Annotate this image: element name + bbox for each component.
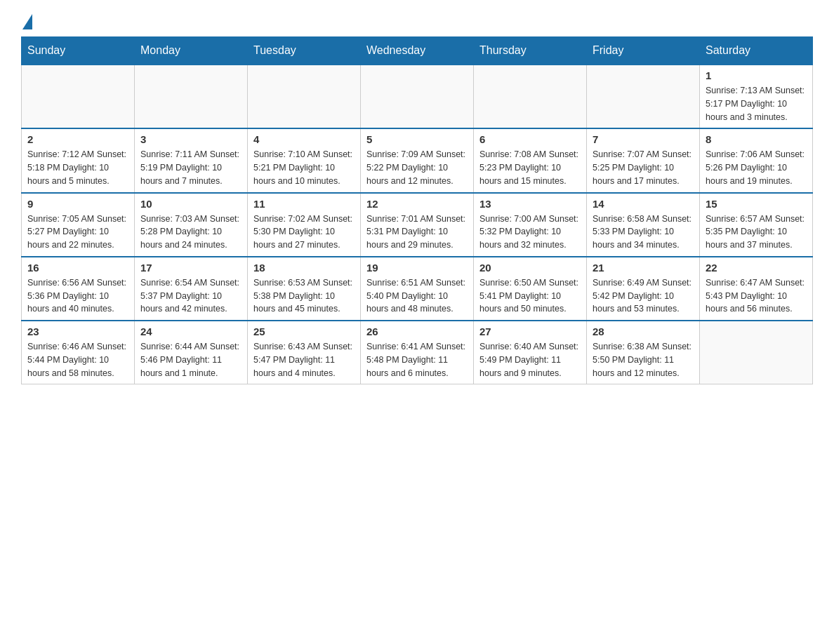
calendar-week-row: 1Sunrise: 7:13 AM Sunset: 5:17 PM Daylig…	[22, 65, 813, 128]
calendar-cell	[361, 65, 474, 128]
header-tuesday: Tuesday	[248, 37, 361, 65]
day-info: Sunrise: 6:41 AM Sunset: 5:48 PM Dayligh…	[366, 340, 468, 380]
header-friday: Friday	[587, 37, 700, 65]
day-info: Sunrise: 7:03 AM Sunset: 5:28 PM Dayligh…	[140, 213, 241, 252]
logo-triangle-icon	[22, 14, 32, 29]
calendar-cell: 8Sunrise: 7:06 AM Sunset: 5:26 PM Daylig…	[700, 128, 813, 192]
calendar-cell: 5Sunrise: 7:09 AM Sunset: 5:22 PM Daylig…	[361, 128, 474, 192]
day-number: 12	[366, 198, 468, 210]
calendar-cell: 28Sunrise: 6:38 AM Sunset: 5:50 PM Dayli…	[587, 321, 700, 384]
calendar-cell: 25Sunrise: 6:43 AM Sunset: 5:47 PM Dayli…	[248, 321, 361, 384]
calendar-cell: 9Sunrise: 7:05 AM Sunset: 5:27 PM Daylig…	[22, 193, 135, 257]
calendar-cell	[474, 65, 587, 128]
calendar-cell: 16Sunrise: 6:56 AM Sunset: 5:36 PM Dayli…	[22, 257, 135, 321]
day-info: Sunrise: 7:01 AM Sunset: 5:31 PM Dayligh…	[366, 213, 468, 252]
day-number: 2	[27, 133, 128, 145]
calendar-table: SundayMondayTuesdayWednesdayThursdayFrid…	[21, 36, 813, 384]
calendar-cell: 20Sunrise: 6:50 AM Sunset: 5:41 PM Dayli…	[474, 257, 587, 321]
day-number: 28	[593, 326, 694, 337]
header-saturday: Saturday	[700, 37, 813, 65]
day-number: 6	[479, 133, 581, 145]
day-info: Sunrise: 7:09 AM Sunset: 5:22 PM Dayligh…	[366, 148, 468, 187]
day-number: 21	[593, 262, 694, 274]
day-info: Sunrise: 7:07 AM Sunset: 5:25 PM Dayligh…	[593, 148, 694, 187]
day-info: Sunrise: 6:38 AM Sunset: 5:50 PM Dayligh…	[593, 340, 694, 380]
calendar-header-row: SundayMondayTuesdayWednesdayThursdayFrid…	[22, 37, 813, 65]
calendar-cell: 11Sunrise: 7:02 AM Sunset: 5:30 PM Dayli…	[248, 193, 361, 257]
header-sunday: Sunday	[22, 37, 135, 65]
calendar-cell: 24Sunrise: 6:44 AM Sunset: 5:46 PM Dayli…	[135, 321, 248, 384]
calendar-cell: 6Sunrise: 7:08 AM Sunset: 5:23 PM Daylig…	[474, 128, 587, 192]
day-info: Sunrise: 6:47 AM Sunset: 5:43 PM Dayligh…	[706, 276, 807, 316]
calendar-week-row: 16Sunrise: 6:56 AM Sunset: 5:36 PM Dayli…	[22, 257, 813, 321]
day-info: Sunrise: 6:40 AM Sunset: 5:49 PM Dayligh…	[479, 340, 581, 380]
day-number: 11	[253, 198, 355, 210]
calendar-cell	[22, 65, 135, 128]
day-number: 5	[366, 133, 468, 145]
day-info: Sunrise: 6:58 AM Sunset: 5:33 PM Dayligh…	[593, 213, 694, 252]
header-wednesday: Wednesday	[361, 37, 474, 65]
calendar-cell: 4Sunrise: 7:10 AM Sunset: 5:21 PM Daylig…	[248, 128, 361, 192]
calendar-cell: 22Sunrise: 6:47 AM Sunset: 5:43 PM Dayli…	[700, 257, 813, 321]
day-info: Sunrise: 7:10 AM Sunset: 5:21 PM Dayligh…	[253, 148, 355, 187]
day-number: 14	[593, 198, 694, 210]
day-info: Sunrise: 6:57 AM Sunset: 5:35 PM Dayligh…	[706, 213, 807, 252]
calendar-week-row: 2Sunrise: 7:12 AM Sunset: 5:18 PM Daylig…	[22, 128, 813, 192]
day-info: Sunrise: 6:53 AM Sunset: 5:38 PM Dayligh…	[253, 276, 355, 316]
day-number: 17	[140, 262, 241, 274]
day-number: 1	[706, 69, 807, 81]
day-info: Sunrise: 6:50 AM Sunset: 5:41 PM Dayligh…	[479, 276, 581, 316]
day-info: Sunrise: 7:12 AM Sunset: 5:18 PM Dayligh…	[27, 148, 128, 187]
day-number: 7	[593, 133, 694, 145]
calendar-cell: 13Sunrise: 7:00 AM Sunset: 5:32 PM Dayli…	[474, 193, 587, 257]
day-number: 23	[27, 326, 128, 337]
calendar-cell: 12Sunrise: 7:01 AM Sunset: 5:31 PM Dayli…	[361, 193, 474, 257]
header-thursday: Thursday	[474, 37, 587, 65]
calendar-cell: 2Sunrise: 7:12 AM Sunset: 5:18 PM Daylig…	[22, 128, 135, 192]
calendar-cell	[135, 65, 248, 128]
day-number: 15	[706, 198, 807, 210]
day-info: Sunrise: 6:44 AM Sunset: 5:46 PM Dayligh…	[140, 340, 241, 380]
day-number: 8	[706, 133, 807, 145]
calendar-cell: 18Sunrise: 6:53 AM Sunset: 5:38 PM Dayli…	[248, 257, 361, 321]
day-number: 24	[140, 326, 241, 337]
calendar-cell	[587, 65, 700, 128]
header-monday: Monday	[135, 37, 248, 65]
calendar-cell: 17Sunrise: 6:54 AM Sunset: 5:37 PM Dayli…	[135, 257, 248, 321]
day-number: 27	[479, 326, 581, 337]
calendar-cell: 14Sunrise: 6:58 AM Sunset: 5:33 PM Dayli…	[587, 193, 700, 257]
calendar-week-row: 23Sunrise: 6:46 AM Sunset: 5:44 PM Dayli…	[22, 321, 813, 384]
day-number: 4	[253, 133, 355, 145]
day-number: 16	[27, 262, 128, 274]
day-number: 22	[706, 262, 807, 274]
calendar-cell	[248, 65, 361, 128]
page-header	[21, 14, 813, 29]
day-info: Sunrise: 7:06 AM Sunset: 5:26 PM Dayligh…	[706, 148, 807, 187]
calendar-cell: 10Sunrise: 7:03 AM Sunset: 5:28 PM Dayli…	[135, 193, 248, 257]
day-info: Sunrise: 7:02 AM Sunset: 5:30 PM Dayligh…	[253, 213, 355, 252]
day-info: Sunrise: 6:54 AM Sunset: 5:37 PM Dayligh…	[140, 276, 241, 316]
day-number: 19	[366, 262, 468, 274]
day-number: 3	[140, 133, 241, 145]
calendar-cell: 15Sunrise: 6:57 AM Sunset: 5:35 PM Dayli…	[700, 193, 813, 257]
day-number: 9	[27, 198, 128, 210]
calendar-cell	[700, 321, 813, 384]
logo	[21, 14, 32, 29]
day-info: Sunrise: 6:46 AM Sunset: 5:44 PM Dayligh…	[27, 340, 128, 380]
calendar-week-row: 9Sunrise: 7:05 AM Sunset: 5:27 PM Daylig…	[22, 193, 813, 257]
day-info: Sunrise: 7:00 AM Sunset: 5:32 PM Dayligh…	[479, 213, 581, 252]
day-info: Sunrise: 7:05 AM Sunset: 5:27 PM Dayligh…	[27, 213, 128, 252]
calendar-cell: 19Sunrise: 6:51 AM Sunset: 5:40 PM Dayli…	[361, 257, 474, 321]
calendar-cell: 7Sunrise: 7:07 AM Sunset: 5:25 PM Daylig…	[587, 128, 700, 192]
day-number: 13	[479, 198, 581, 210]
day-info: Sunrise: 6:56 AM Sunset: 5:36 PM Dayligh…	[27, 276, 128, 316]
day-number: 10	[140, 198, 241, 210]
calendar-cell: 26Sunrise: 6:41 AM Sunset: 5:48 PM Dayli…	[361, 321, 474, 384]
calendar-cell: 27Sunrise: 6:40 AM Sunset: 5:49 PM Dayli…	[474, 321, 587, 384]
calendar-cell: 23Sunrise: 6:46 AM Sunset: 5:44 PM Dayli…	[22, 321, 135, 384]
day-number: 25	[253, 326, 355, 337]
calendar-cell: 3Sunrise: 7:11 AM Sunset: 5:19 PM Daylig…	[135, 128, 248, 192]
day-info: Sunrise: 7:11 AM Sunset: 5:19 PM Dayligh…	[140, 148, 241, 187]
day-info: Sunrise: 6:43 AM Sunset: 5:47 PM Dayligh…	[253, 340, 355, 380]
calendar-cell: 21Sunrise: 6:49 AM Sunset: 5:42 PM Dayli…	[587, 257, 700, 321]
